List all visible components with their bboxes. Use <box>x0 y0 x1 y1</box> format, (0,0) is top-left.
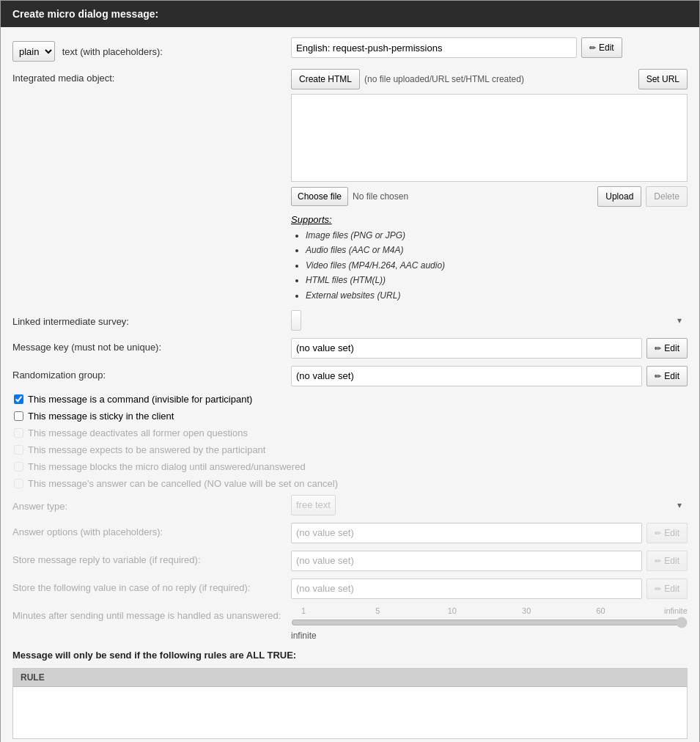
store-reply-row: Store message reply to variable (if requ… <box>12 551 688 571</box>
text-input[interactable]: English: request-push-permissions <box>291 37 577 58</box>
checkbox-blocks-row: This message blocks the micro dialog unt… <box>12 461 688 472</box>
create-html-button[interactable]: Create HTML <box>291 69 360 89</box>
message-key-controls: (no value set) Edit <box>291 338 688 359</box>
rules-table-body <box>13 687 687 738</box>
randomization-edit-button[interactable]: Edit <box>646 366 688 386</box>
store-no-reply-row: Store the following value in case of no … <box>12 578 688 599</box>
rules-condition-label: Message will only be send if the followi… <box>12 650 688 661</box>
linked-survey-select[interactable] <box>291 310 301 331</box>
slider-tick-6: infinite <box>664 606 686 615</box>
message-key-row: Message key (must not be unique): (no va… <box>12 338 688 359</box>
store-reply-input[interactable]: (no value set) <box>291 551 642 571</box>
set-url-button[interactable]: Set URL <box>638 69 688 89</box>
checkbox-command[interactable] <box>14 394 23 404</box>
answer-type-dropdown-wrap: free text <box>291 495 688 515</box>
checkbox-command-row: This message is a command (invisible for… <box>12 394 688 405</box>
supports-item-4: HTML files (HTM(L)) <box>306 273 445 287</box>
slider-label-row: Minutes after sending until message is h… <box>12 606 688 642</box>
slider-current-label: infinite <box>291 631 688 641</box>
store-no-reply-edit-button[interactable]: Edit <box>646 578 688 599</box>
checkbox-expects-answer[interactable] <box>14 445 23 455</box>
checkbox-blocks[interactable] <box>14 462 23 471</box>
checkbox-expects-row: This message expects to be answered by t… <box>12 444 688 455</box>
delete-media-label: Delete <box>654 191 679 202</box>
media-preview-box <box>291 94 688 182</box>
timer-slider[interactable] <box>291 617 688 628</box>
linked-survey-dropdown-wrap <box>291 310 688 331</box>
media-section: Integrated media object: Create HTML (no… <box>12 69 688 207</box>
slider-tick-5: 60 <box>590 606 612 615</box>
rules-table: RULE <box>12 668 688 739</box>
slider-tick-3: 10 <box>441 606 463 615</box>
slider-tick-1: 1 <box>292 606 314 615</box>
media-top-row: Create HTML (no file uploaded/URL set/HT… <box>291 69 688 89</box>
choose-file-button[interactable]: Choose file <box>291 187 348 206</box>
randomization-input[interactable]: (no value set) <box>291 366 642 386</box>
store-no-reply-input[interactable]: (no value set) <box>291 578 642 599</box>
supports-list: Image files (PNG or JPG) Audio files (AA… <box>291 228 445 303</box>
text-edit-label: Edit <box>599 43 614 53</box>
answer-options-edit-icon <box>655 528 661 538</box>
answer-type-label: Answer type: <box>12 498 291 512</box>
type-select-wrap: plain html <box>12 41 55 62</box>
text-row: plain html text (with placeholders): Eng… <box>12 37 688 62</box>
store-reply-label: Store message reply to variable (if requ… <box>12 551 291 565</box>
create-html-label: Create HTML <box>299 74 352 84</box>
supports-item-3: Video files (MP4/H.264, AAC audio) <box>306 258 445 273</box>
rules-toolbar: New Edit Move Up Move Down Delete <box>12 739 688 742</box>
answer-type-select[interactable]: free text <box>291 495 336 515</box>
answer-options-input[interactable]: (no value set) <box>291 523 642 543</box>
supports-section: Supports: Image files (PNG or JPG) Audio… <box>12 214 688 303</box>
no-file-label: (no file uploaded/URL set/HTML created) <box>364 74 634 84</box>
store-no-reply-edit-icon <box>655 584 661 594</box>
checkbox-deactivates-label: This message deactivates all former open… <box>28 427 248 438</box>
store-no-reply-label: Store the following value in case of no … <box>12 578 291 593</box>
checkbox-cancel[interactable] <box>14 479 23 488</box>
linked-survey-row: Linked intermediate survey: <box>12 310 688 331</box>
media-controls: Create HTML (no file uploaded/URL set/HT… <box>291 69 688 207</box>
checkbox-blocks-label: This message blocks the micro dialog unt… <box>28 461 306 472</box>
checkbox-sticky-label: This message is sticky in the client <box>28 411 174 422</box>
randomization-label: Randomization group: <box>12 366 291 381</box>
upload-button[interactable]: Upload <box>597 186 641 207</box>
text-edit-button[interactable]: Edit <box>581 37 622 58</box>
store-reply-edit-button[interactable]: Edit <box>646 551 688 571</box>
checkbox-deactivates-row: This message deactivates all former open… <box>12 427 688 438</box>
message-key-edit-label: Edit <box>664 343 679 353</box>
store-no-reply-controls: (no value set) Edit <box>291 578 688 599</box>
answer-options-row: Answer options (with placeholders): (no … <box>12 523 688 543</box>
slider-tick-2: 5 <box>366 606 388 615</box>
message-key-input[interactable]: (no value set) <box>291 338 642 359</box>
checkbox-deactivates[interactable] <box>14 428 23 438</box>
modal-body: plain html text (with placeholders): Eng… <box>1 27 699 742</box>
supports-title: Supports: <box>291 214 445 225</box>
supports-item-2: Audio files (AAC or M4A) <box>306 243 445 257</box>
store-no-reply-edit-label: Edit <box>664 584 679 594</box>
randomization-controls: (no value set) Edit <box>291 366 688 386</box>
delete-media-button[interactable]: Delete <box>646 186 688 207</box>
text-label: plain html text (with placeholders): <box>12 37 291 62</box>
answer-options-edit-button[interactable]: Edit <box>646 523 688 543</box>
answer-options-edit-label: Edit <box>664 528 679 538</box>
answer-options-controls: (no value set) Edit <box>291 523 688 543</box>
checkbox-cancel-label: This message's answer can be cancelled (… <box>28 478 338 489</box>
checkbox-sticky[interactable] <box>14 411 23 421</box>
no-file-chosen: No file chosen <box>353 191 408 202</box>
message-key-edit-button[interactable]: Edit <box>646 338 688 359</box>
checkbox-sticky-row: This message is sticky in the client <box>12 411 688 422</box>
answer-type-row: Answer type: free text <box>12 495 688 515</box>
message-type-select[interactable]: plain html <box>12 41 55 62</box>
supports-item-1: Image files (PNG or JPG) <box>306 228 445 243</box>
rules-section: Message will only be send if the followi… <box>12 650 688 742</box>
upload-label: Upload <box>605 191 633 202</box>
modal-dialog: Create micro dialog message: plain html … <box>0 0 700 742</box>
edit-icon <box>589 43 596 53</box>
slider-label: Minutes after sending until message is h… <box>12 606 291 621</box>
checkbox-cancel-row: This message's answer can be cancelled (… <box>12 478 688 489</box>
randomization-edit-label: Edit <box>664 371 679 381</box>
slider-section: Minutes after sending until message is h… <box>12 606 688 642</box>
randomization-row: Randomization group: (no value set) Edit <box>12 366 688 386</box>
media-file-row: Choose file No file chosen Upload Delete <box>291 186 688 207</box>
media-label: Integrated media object: <box>12 69 291 84</box>
randomization-edit-icon <box>655 371 661 381</box>
